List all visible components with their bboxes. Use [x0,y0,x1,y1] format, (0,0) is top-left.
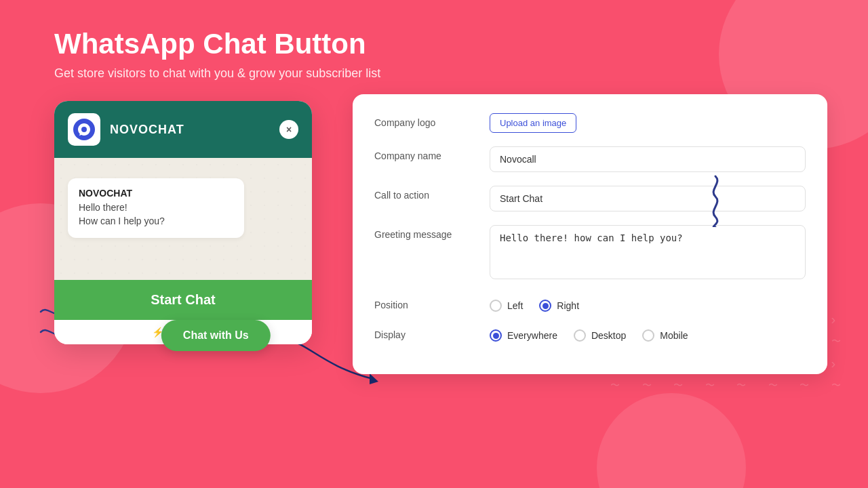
company-name-label: Company name [374,146,476,161]
company-logo-row: Company logo Upload an image [374,113,806,133]
chat-logo-svg [73,118,96,141]
display-label: Display [374,325,476,340]
position-control: Left Right [490,296,806,312]
start-chat-button[interactable]: Start Chat [54,280,312,320]
chat-logo [68,113,100,146]
svg-marker-2 [370,373,378,384]
display-mobile-option[interactable]: Mobile [642,329,688,342]
position-right-radio[interactable] [539,300,551,312]
position-left-label: Left [507,300,523,311]
company-logo-label: Company logo [374,113,476,128]
upload-image-button[interactable]: Upload an image [490,113,576,133]
chat-message-line2: How can I help you? [79,215,233,228]
position-right-option[interactable]: Right [539,300,579,312]
chat-message-line1: Hello there! [79,201,233,215]
display-desktop-radio[interactable] [574,329,586,342]
display-desktop-label: Desktop [591,330,626,341]
deco-squiggle-top-right [695,173,736,227]
greeting-row: Greeting message Hello there! how can I … [374,225,806,282]
chat-widget-preview: NOVOCHAT × NOVOCHAT Hello there! How can… [54,101,312,344]
display-control: Everywhere Desktop Mobile [490,325,806,342]
company-name-control [490,146,806,172]
settings-panel: Company logo Upload an image Company nam… [353,94,827,374]
chat-message-sender: NOVOCHAT [79,188,233,199]
company-name-row: Company name [374,146,806,172]
greeting-control: Hello there! how can I help you? [490,225,806,282]
chat-header-left: NOVOCHAT [68,113,184,146]
cta-control [490,186,806,211]
display-mobile-radio[interactable] [642,329,654,342]
chat-brand-name: NOVOCHAT [110,123,184,137]
chat-close-button[interactable]: × [279,120,298,139]
display-everywhere-label: Everywhere [507,330,557,341]
company-name-input[interactable] [490,146,806,172]
cta-row: Call to action [374,186,806,211]
position-left-option[interactable]: Left [490,300,523,312]
display-mobile-label: Mobile [660,330,688,341]
display-everywhere-option[interactable]: Everywhere [490,329,557,342]
chat-message-bubble: NOVOCHAT Hello there! How can I help you… [68,178,244,237]
svg-point-1 [81,127,87,132]
main-content: NOVOCHAT × NOVOCHAT Hello there! How can… [0,94,868,374]
page-subtitle: Get store visitors to chat with you & gr… [54,66,814,81]
cta-input[interactable] [490,186,806,211]
position-label: Position [374,296,476,310]
greeting-label: Greeting message [374,225,476,240]
greeting-textarea[interactable]: Hello there! how can I help you? [490,225,806,279]
position-row: Position Left Right [374,296,806,312]
display-everywhere-radio[interactable] [490,329,502,342]
position-left-radio[interactable] [490,300,502,312]
company-logo-control: Upload an image [490,113,806,133]
page-title: WhatsApp Chat Button [54,27,814,61]
display-desktop-option[interactable]: Desktop [574,329,626,342]
cta-label: Call to action [374,186,476,201]
chat-widget-header: NOVOCHAT × [54,101,312,158]
chat-with-us-button[interactable]: Chat with Us [161,320,271,351]
position-right-label: Right [557,300,579,311]
display-row: Display Everywhere Desktop Mobile [374,325,806,342]
position-radio-group: Left Right [490,296,806,312]
chat-body: NOVOCHAT Hello there! How can I help you… [54,158,312,280]
display-radio-group: Everywhere Desktop Mobile [490,325,806,342]
